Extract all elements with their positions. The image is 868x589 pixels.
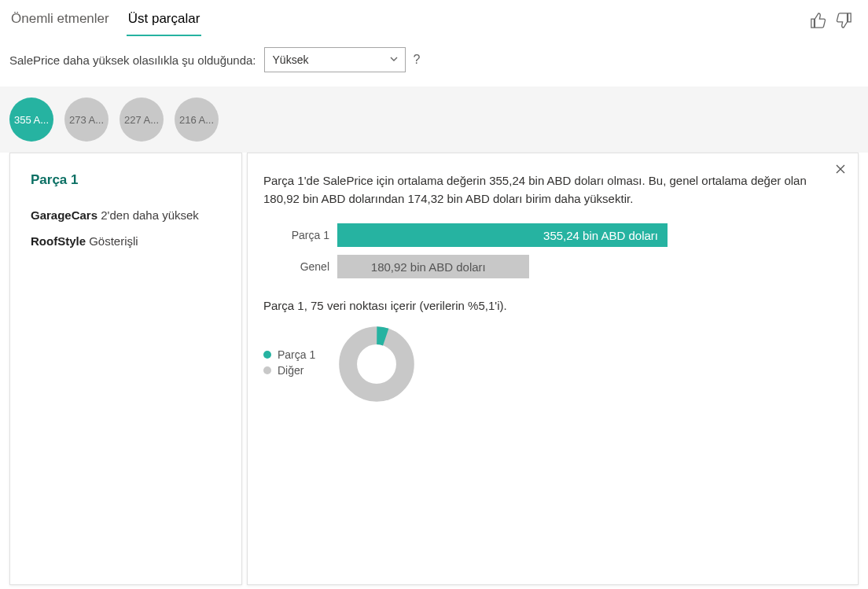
condition-desc: Gösterişli (89, 234, 138, 248)
tab-key-influencers[interactable]: Önemli etmenler (9, 6, 111, 36)
segment-title: Parça 1 (31, 172, 221, 188)
prompt-row: SalePrice daha yüksek olasılıkla şu oldu… (0, 36, 868, 87)
donut-chart (339, 326, 414, 402)
bar-row-overall: Genel 180,92 bin ABD doları (263, 255, 839, 278)
segment-detail-panel: Parça 1'de SalePrice için ortalama değer… (247, 153, 859, 585)
bar-chart: Parça 1 355,24 bin ABD doları Genel 180,… (263, 223, 839, 278)
detail-panels: Parça 1 GarageCars 2'den daha yüksek Roo… (0, 153, 868, 589)
select-value: Yüksek (273, 53, 309, 66)
condition-row: RoofStyle Gösterişli (31, 234, 221, 248)
help-icon[interactable]: ? (414, 53, 421, 67)
prompt-text: SalePrice daha yüksek olasılıkla şu oldu… (9, 53, 256, 67)
feedback-controls (810, 12, 859, 31)
segment-bubbles: 355 A... 273 A... 227 A... 216 A... (0, 87, 868, 153)
bar-label: Parça 1 (263, 229, 337, 241)
segment-conditions-panel: Parça 1 GarageCars 2'den daha yüksek Roo… (9, 153, 242, 585)
tabs-bar: Önemli etmenler Üst parçalar (0, 0, 868, 36)
segment-bubble-3[interactable]: 227 A... (120, 98, 164, 142)
legend-row-primary: Parça 1 (263, 348, 315, 361)
bar-value: 355,24 bin ABD doları (543, 229, 658, 242)
bar-fill-segment: 355,24 bin ABD doları (337, 223, 668, 247)
segment-description: Parça 1'de SalePrice için ortalama değer… (263, 172, 814, 208)
donut-legend: Parça 1 Diğer (263, 348, 315, 380)
segment-bubble-4[interactable]: 216 A... (175, 98, 219, 142)
value-select[interactable]: Yüksek (264, 47, 406, 72)
svg-point-0 (348, 336, 406, 393)
bar-fill-overall: 180,92 bin ABD doları (337, 255, 529, 278)
condition-desc: 2'den daha yüksek (101, 208, 199, 222)
legend-dot-icon (263, 351, 271, 359)
bar-row-segment: Parça 1 355,24 bin ABD doları (263, 223, 839, 247)
close-icon[interactable] (834, 163, 847, 179)
tab-top-segments[interactable]: Üst parçalar (127, 6, 202, 36)
thumbs-up-icon[interactable] (810, 12, 827, 31)
condition-row: GarageCars 2'den daha yüksek (31, 208, 221, 222)
segment-bubble-2[interactable]: 273 A... (64, 98, 108, 142)
segment-bubble-1[interactable]: 355 A... (9, 98, 53, 142)
chevron-down-icon (389, 53, 399, 66)
donut-section: Parça 1, 75 veri noktası içerir (veriler… (263, 299, 839, 402)
bar-value: 180,92 bin ABD doları (371, 260, 486, 274)
legend-label: Diğer (278, 364, 303, 377)
condition-feature: RoofStyle (31, 234, 86, 248)
legend-label: Parça 1 (278, 348, 315, 361)
bar-label: Genel (263, 260, 337, 273)
thumbs-down-icon[interactable] (835, 12, 852, 31)
legend-dot-icon (263, 366, 271, 374)
donut-description: Parça 1, 75 veri noktası içerir (veriler… (263, 299, 839, 312)
legend-row-secondary: Diğer (263, 364, 315, 377)
condition-feature: GarageCars (31, 208, 97, 222)
